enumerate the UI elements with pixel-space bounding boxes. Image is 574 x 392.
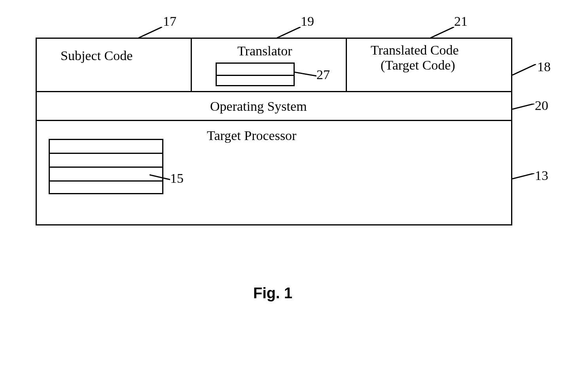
svg-line-7: [150, 175, 170, 180]
ref-18: 18: [537, 59, 551, 74]
translated-code-label-2: (Target Code): [381, 58, 455, 73]
translator-inner-divider: [217, 75, 294, 76]
proc-inner-line-2: [50, 167, 162, 168]
processor-label: Target Processor: [207, 128, 296, 143]
lead-17: [138, 27, 162, 39]
lead-13: [512, 173, 534, 181]
ref-15: 15: [170, 171, 184, 186]
subject-code-box: Subject Code: [36, 38, 192, 92]
lead-18: [512, 64, 536, 76]
ref-13: 13: [535, 168, 548, 183]
figure-canvas: Subject Code Translator Translated Code …: [0, 0, 574, 392]
processor-box: Target Processor: [36, 120, 512, 225]
ref-20: 20: [535, 98, 548, 113]
figure-caption: Fig. 1: [253, 285, 292, 302]
lead-20: [512, 104, 534, 112]
svg-line-0: [138, 27, 162, 38]
svg-line-2: [430, 27, 454, 38]
lead-21: [430, 27, 454, 39]
svg-line-4: [512, 64, 536, 75]
translated-code-label-1: Translated Code: [371, 43, 459, 58]
svg-line-1: [277, 27, 301, 38]
processor-inner-box: [49, 139, 163, 194]
os-label: Operating System: [210, 99, 307, 114]
svg-line-5: [512, 104, 534, 109]
lead-19: [277, 27, 301, 39]
proc-inner-line-1: [50, 153, 162, 154]
os-box: Operating System: [36, 91, 512, 121]
translator-label: Translator: [237, 44, 292, 59]
translator-inner-box: [216, 62, 295, 86]
lead-15: [150, 174, 170, 181]
ref-19: 19: [301, 14, 314, 29]
ref-17: 17: [163, 14, 176, 29]
svg-line-3: [294, 72, 316, 76]
subject-code-label: Subject Code: [61, 48, 133, 63]
lead-27: [294, 71, 316, 78]
translator-box: Translator: [191, 38, 347, 92]
translated-code-box: Translated Code (Target Code): [346, 38, 512, 92]
ref-21: 21: [454, 14, 468, 29]
ref-27: 27: [316, 67, 330, 82]
svg-line-6: [512, 173, 534, 179]
proc-inner-line-3: [50, 180, 162, 182]
